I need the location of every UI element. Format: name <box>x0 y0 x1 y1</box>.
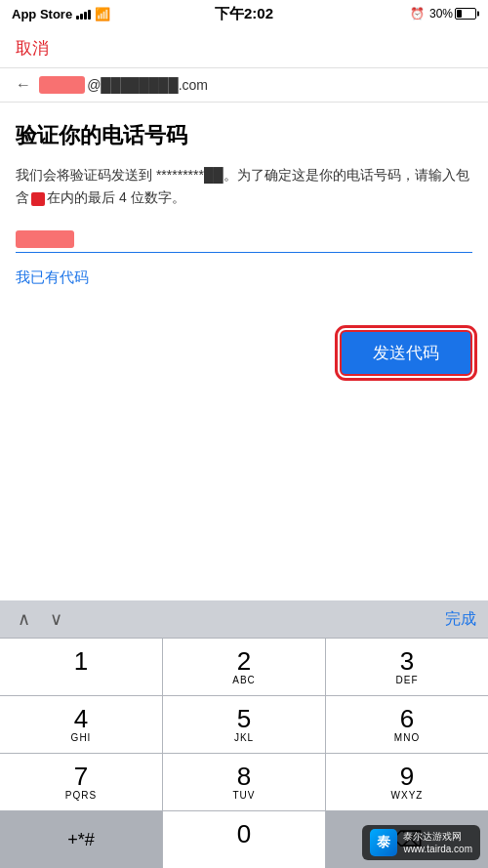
app-store-label: App Store <box>12 7 72 21</box>
key-4-letters: GHI <box>71 732 92 743</box>
back-arrow-icon[interactable]: ← <box>16 76 31 94</box>
key-2[interactable]: 2 ABC <box>163 639 325 695</box>
send-btn-wrapper: 发送代码 <box>16 330 472 376</box>
key-0[interactable]: 0 <box>163 811 325 868</box>
email-bar: ← @████████.com <box>0 68 488 103</box>
status-bar-time: 下午2:02 <box>215 5 273 23</box>
key-6-number: 6 <box>400 706 414 731</box>
keyboard-toolbar: ∧ ∨ 完成 <box>0 600 488 639</box>
description-suffix: 在内的最后 4 位数字。 <box>47 189 185 205</box>
watermark-name: 泰尔达游戏网 <box>403 830 472 843</box>
key-1-letters <box>79 675 83 685</box>
signal-bar-2 <box>80 14 83 20</box>
key-0-number: 0 <box>237 821 251 847</box>
key-8-number: 8 <box>237 764 251 789</box>
watermark-text: 泰尔达游戏网 www.tairda.com <box>403 830 472 855</box>
key-5[interactable]: 5 JKL <box>163 696 325 753</box>
key-8[interactable]: 8 TUV <box>163 754 325 810</box>
status-bar: App Store 📶 下午2:02 ⏰ 30% <box>0 0 488 27</box>
input-redacted-value <box>16 230 74 248</box>
key-8-letters: TUV <box>233 790 256 801</box>
alarm-icon: ⏰ <box>410 7 425 21</box>
key-symbols-label: +*# <box>67 831 95 848</box>
battery-indicator: 30% <box>429 7 476 21</box>
red-square-icon <box>31 192 45 206</box>
key-7-number: 7 <box>74 764 88 789</box>
key-6-letters: MNO <box>394 732 420 743</box>
email-redacted-part <box>39 76 85 94</box>
key-7-letters: PQRS <box>65 790 97 801</box>
key-9-letters: WXYZ <box>391 790 424 801</box>
battery-percent: 30% <box>429 7 453 21</box>
have-code-link[interactable]: 我已有代码 <box>16 269 89 287</box>
key-1[interactable]: 1 <box>0 639 162 695</box>
wifi-icon: 📶 <box>95 7 110 21</box>
watermark-site: www.tairda.com <box>403 843 472 855</box>
email-display: @████████.com <box>39 76 208 94</box>
key-7[interactable]: 7 PQRS <box>0 754 162 810</box>
watermark-logo: 泰 <box>370 829 397 856</box>
key-0-letters <box>242 847 246 858</box>
signal-bar-1 <box>76 16 79 20</box>
send-code-button[interactable]: 发送代码 <box>340 330 472 376</box>
key-symbols[interactable]: +*# <box>0 811 162 868</box>
key-2-number: 2 <box>237 648 251 674</box>
key-1-number: 1 <box>74 648 88 674</box>
page-title: 验证你的电话号码 <box>16 122 472 150</box>
signal-bars-icon <box>76 8 91 20</box>
toolbar-up-arrow[interactable]: ∧ <box>12 606 36 632</box>
description-text: 我们会将验证码发送到 *********██。为了确定这是你的电话号码，请输入包… <box>16 164 472 211</box>
cancel-button[interactable]: 取消 <box>16 37 49 60</box>
key-4-number: 4 <box>74 706 88 731</box>
key-2-letters: ABC <box>232 675 256 685</box>
cancel-header: 取消 <box>0 27 488 68</box>
key-3-number: 3 <box>400 648 414 674</box>
input-underline <box>16 252 472 254</box>
key-3[interactable]: 3 DEF <box>326 639 488 695</box>
toolbar-down-arrow[interactable]: ∨ <box>44 606 68 632</box>
key-5-letters: JKL <box>234 732 254 743</box>
battery-fill <box>457 10 462 18</box>
code-input-wrapper <box>16 229 472 252</box>
main-content: 验证你的电话号码 我们会将验证码发送到 *********██。为了确定这是你的… <box>0 103 488 392</box>
key-6[interactable]: 6 MNO <box>326 696 488 753</box>
status-bar-right: ⏰ 30% <box>410 7 476 21</box>
key-9[interactable]: 9 WXYZ <box>326 754 488 810</box>
battery-icon <box>455 8 476 20</box>
watermark: 泰 泰尔达游戏网 www.tairda.com <box>362 825 480 860</box>
signal-bar-4 <box>88 10 91 20</box>
toolbar-arrows: ∧ ∨ <box>12 606 68 632</box>
key-3-letters: DEF <box>396 675 419 685</box>
keyboard-done-button[interactable]: 完成 <box>445 609 476 630</box>
key-5-number: 5 <box>237 706 251 731</box>
signal-bar-3 <box>84 12 87 20</box>
input-section <box>16 229 472 253</box>
email-domain: @████████.com <box>87 77 208 93</box>
key-4[interactable]: 4 GHI <box>0 696 162 753</box>
key-9-number: 9 <box>400 764 414 789</box>
status-bar-left: App Store 📶 <box>12 7 110 21</box>
